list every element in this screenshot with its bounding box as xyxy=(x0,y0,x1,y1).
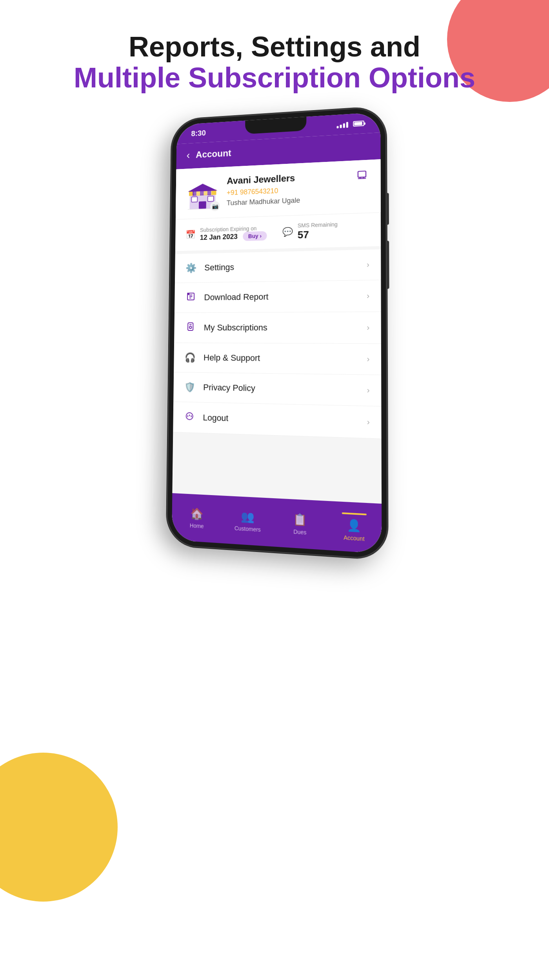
svg-rect-0 xyxy=(358,171,366,177)
chevron-icon: › xyxy=(367,291,369,301)
page-title-line2: Multiple Subscription Options xyxy=(0,62,549,93)
nav-customers[interactable]: 👥 Customers xyxy=(222,505,274,537)
bottom-navigation: 🏠 Home 👥 Customers 📋 Dues 👤 Account xyxy=(172,493,382,554)
sms-count: 57 xyxy=(298,228,338,241)
sms-label: SMS Remaining xyxy=(298,221,338,229)
svg-rect-5 xyxy=(199,201,206,209)
logout-icon xyxy=(184,411,196,423)
battery-icon xyxy=(353,120,364,127)
page-title-section: Reports, Settings and Multiple Subscript… xyxy=(0,31,549,93)
customers-icon: 👥 xyxy=(241,510,255,524)
subscription-date: 12 Jan 2023 xyxy=(200,233,238,242)
sms-remaining: 💬 SMS Remaining 57 xyxy=(282,221,338,241)
svg-marker-13 xyxy=(188,183,217,192)
svg-rect-7 xyxy=(208,196,214,201)
my-subscriptions-label: My Subscriptions xyxy=(204,323,267,333)
back-button[interactable]: ‹ xyxy=(187,149,190,162)
chevron-icon: › xyxy=(367,260,369,269)
chevron-icon: › xyxy=(367,386,370,395)
profile-info: 📷 Avani Jewellers +91 9876543210 Tushar … xyxy=(186,169,369,211)
chevron-icon: › xyxy=(367,354,370,364)
profile-card: 📷 Avani Jewellers +91 9876543210 Tushar … xyxy=(176,159,381,220)
chevron-icon: › xyxy=(367,417,370,427)
menu-list: ⚙️ Settings › xyxy=(173,249,381,439)
svg-line-1 xyxy=(358,178,366,179)
svg-point-24 xyxy=(186,412,193,419)
home-icon: 🏠 xyxy=(190,507,204,521)
edit-profile-button[interactable] xyxy=(354,168,369,183)
report-icon xyxy=(185,292,196,303)
logout-label: Logout xyxy=(203,412,228,423)
nav-dues-label: Dues xyxy=(293,528,306,535)
privacy-policy-label: Privacy Policy xyxy=(203,382,255,393)
menu-item-privacy-policy[interactable]: 🛡️ Privacy Policy › xyxy=(173,372,381,407)
shop-avatar: 📷 xyxy=(186,176,219,211)
menu-item-settings[interactable]: ⚙️ Settings › xyxy=(175,249,381,283)
nav-home-label: Home xyxy=(190,522,204,529)
business-details: Avani Jewellers +91 9876543210 Tushar Ma… xyxy=(227,172,300,207)
help-support-label: Help & Support xyxy=(204,353,260,363)
menu-item-help-support[interactable]: 🎧 Help & Support › xyxy=(174,343,381,375)
status-time: 8:30 xyxy=(191,129,206,138)
menu-item-download-report[interactable]: Download Report › xyxy=(175,280,381,313)
privacy-icon: 🛡️ xyxy=(184,382,196,393)
svg-rect-14 xyxy=(193,191,212,196)
phone-body: 8:30 ‹ Account xyxy=(167,106,388,560)
business-name: Avani Jewellers xyxy=(227,172,300,187)
menu-item-my-subscriptions[interactable]: My Subscriptions › xyxy=(174,312,381,344)
calendar-icon: 📅 xyxy=(185,230,196,240)
signal-icon xyxy=(337,121,348,129)
subscription-icon xyxy=(185,322,196,333)
subscription-row: 📅 Subscription Expiring on 12 Jan 2023 B… xyxy=(175,212,381,254)
menu-item-logout[interactable]: Logout › xyxy=(173,402,381,439)
active-indicator xyxy=(342,512,366,515)
help-icon: 🎧 xyxy=(184,352,196,363)
nav-home[interactable]: 🏠 Home xyxy=(172,502,222,534)
dues-icon: 📋 xyxy=(293,512,307,526)
nav-dues[interactable]: 📋 Dues xyxy=(273,507,327,541)
header-title: Account xyxy=(196,148,231,160)
settings-label: Settings xyxy=(204,262,234,273)
status-icons xyxy=(337,120,364,128)
page-title-line1: Reports, Settings and xyxy=(0,31,549,62)
phone-notch xyxy=(245,117,306,134)
svg-rect-20 xyxy=(187,293,189,295)
sms-icon: 💬 xyxy=(282,227,293,237)
business-owner: Tushar Madhukar Ugale xyxy=(227,196,300,207)
svg-point-22 xyxy=(189,326,192,328)
svg-rect-6 xyxy=(191,197,197,202)
chevron-icon: › xyxy=(367,323,369,332)
buy-button[interactable]: Buy › xyxy=(243,231,267,241)
phone-mockup: 8:30 ‹ Account xyxy=(167,106,388,560)
nav-customers-label: Customers xyxy=(235,525,261,533)
phone-screen: 8:30 ‹ Account xyxy=(172,112,382,554)
account-icon: 👤 xyxy=(347,518,361,533)
business-phone: +91 9876543210 xyxy=(227,186,300,197)
download-report-label: Download Report xyxy=(204,292,268,302)
settings-icon: ⚙️ xyxy=(185,263,197,274)
subscription-expiry: 📅 Subscription Expiring on 12 Jan 2023 B… xyxy=(185,225,267,243)
nav-account-label: Account xyxy=(344,534,364,542)
nav-account[interactable]: 👤 Account xyxy=(327,507,382,547)
decorative-circle-bottom xyxy=(0,753,118,902)
